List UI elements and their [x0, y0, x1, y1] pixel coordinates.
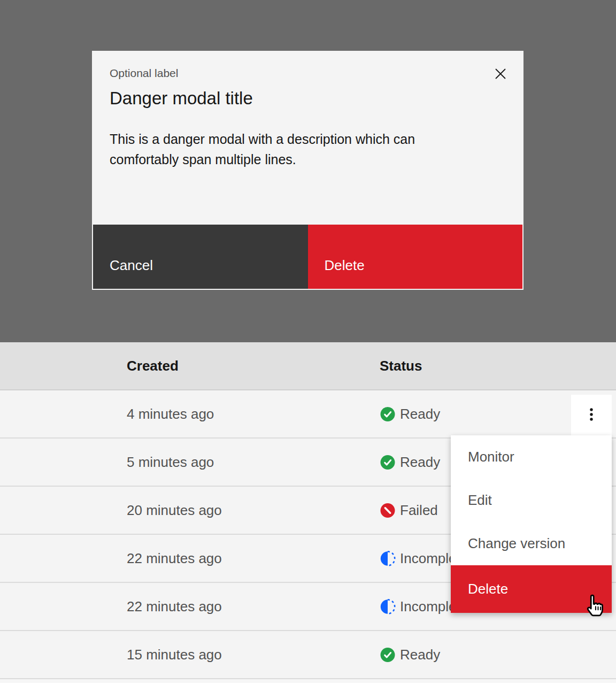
overflow-menu-button[interactable] [571, 395, 612, 435]
modal-optional-label: Optional label [110, 67, 178, 80]
modal-description: This is a danger modal with a descriptio… [110, 129, 463, 170]
status-cell: Ready [380, 647, 440, 663]
created-cell: 5 minutes ago [127, 454, 214, 471]
status-label: Failed [400, 502, 438, 519]
status-cell: Ready [380, 406, 440, 422]
table-row[interactable]: 4 minutes ago Ready [0, 390, 616, 439]
status-ready-icon [380, 454, 396, 470]
status-cell: Failed [380, 502, 438, 519]
status-label: Ready [400, 647, 440, 663]
column-header-status: Status [380, 358, 422, 374]
status-label: Ready [400, 454, 440, 471]
column-header-created: Created [127, 358, 179, 374]
created-cell: 22 minutes ago [127, 598, 222, 615]
menu-item-monitor[interactable]: Monitor [451, 435, 612, 479]
menu-item-edit[interactable]: Edit [451, 479, 612, 522]
danger-modal: Optional label Danger modal title This i… [92, 51, 523, 290]
menu-item-change-version[interactable]: Change version [451, 522, 612, 565]
table-row[interactable]: 15 minutes ago Ready [0, 631, 616, 679]
status-incomplete-icon [380, 550, 396, 566]
overflow-menu-vertical-icon [588, 407, 595, 423]
created-cell: 22 minutes ago [127, 550, 222, 567]
close-icon [495, 68, 506, 80]
overflow-menu: Monitor Edit Change version Delete [451, 435, 612, 613]
cancel-button[interactable]: Cancel [93, 225, 308, 289]
table-row-partial [0, 679, 616, 683]
modal-title: Danger modal title [110, 86, 253, 111]
modal-close-button[interactable] [485, 58, 516, 89]
menu-item-delete[interactable]: Delete [451, 565, 612, 613]
created-cell: 15 minutes ago [127, 647, 222, 663]
status-ready-icon [380, 647, 396, 663]
status-ready-icon [380, 406, 396, 422]
status-failed-icon [380, 502, 396, 518]
created-cell: 4 minutes ago [127, 406, 214, 422]
created-cell: 20 minutes ago [127, 502, 222, 519]
modal-footer: Cancel Delete [93, 225, 522, 289]
status-label: Ready [400, 406, 440, 422]
modal-overlay: Optional label Danger modal title This i… [0, 0, 616, 342]
table-header: Created Status [0, 342, 616, 390]
status-incomplete-icon [380, 598, 396, 614]
status-cell: Ready [380, 454, 440, 471]
delete-button[interactable]: Delete [308, 225, 523, 289]
